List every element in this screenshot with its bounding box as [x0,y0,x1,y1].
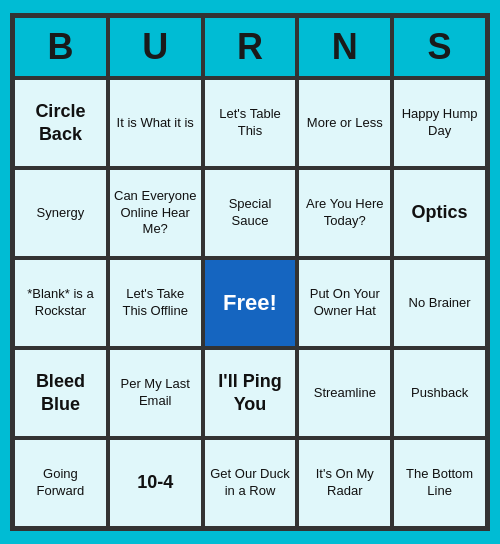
bingo-cell-13[interactable]: Put On Your Owner Hat [297,258,392,348]
bingo-grid: Circle BackIt is What it isLet's Table T… [13,78,487,528]
header-letter: R [203,16,298,78]
bingo-cell-8[interactable]: Are You Here Today? [297,168,392,258]
bingo-cell-18[interactable]: Streamline [297,348,392,438]
bingo-cell-20[interactable]: Going Forward [13,438,108,528]
bingo-header: BURNS [13,16,487,78]
bingo-cell-10[interactable]: *Blank* is a Rockstar [13,258,108,348]
bingo-cell-14[interactable]: No Brainer [392,258,487,348]
bingo-cell-12[interactable]: Free! [203,258,298,348]
bingo-cell-22[interactable]: Get Our Duck in a Row [203,438,298,528]
bingo-cell-1[interactable]: It is What it is [108,78,203,168]
bingo-cell-4[interactable]: Happy Hump Day [392,78,487,168]
bingo-cell-5[interactable]: Synergy [13,168,108,258]
bingo-cell-0[interactable]: Circle Back [13,78,108,168]
bingo-cell-19[interactable]: Pushback [392,348,487,438]
bingo-cell-3[interactable]: More or Less [297,78,392,168]
bingo-cell-24[interactable]: The Bottom Line [392,438,487,528]
header-letter: S [392,16,487,78]
bingo-cell-15[interactable]: Bleed Blue [13,348,108,438]
bingo-cell-16[interactable]: Per My Last Email [108,348,203,438]
bingo-cell-11[interactable]: Let's Take This Offline [108,258,203,348]
header-letter: N [297,16,392,78]
bingo-cell-9[interactable]: Optics [392,168,487,258]
header-letter: B [13,16,108,78]
bingo-card: BURNS Circle BackIt is What it isLet's T… [10,13,490,531]
bingo-cell-17[interactable]: I'll Ping You [203,348,298,438]
bingo-cell-7[interactable]: Special Sauce [203,168,298,258]
bingo-cell-2[interactable]: Let's Table This [203,78,298,168]
header-letter: U [108,16,203,78]
bingo-cell-6[interactable]: Can Everyone Online Hear Me? [108,168,203,258]
bingo-cell-23[interactable]: It's On My Radar [297,438,392,528]
bingo-cell-21[interactable]: 10-4 [108,438,203,528]
